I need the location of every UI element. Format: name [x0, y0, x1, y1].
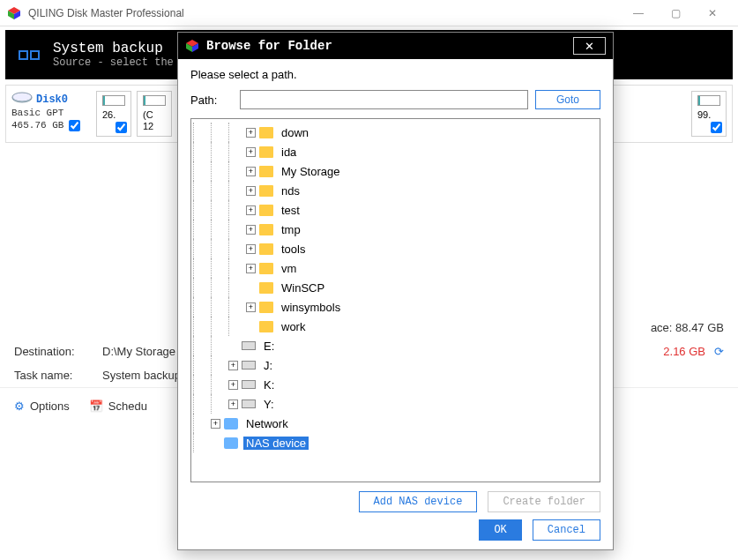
- tree-item-label: down: [279, 126, 311, 139]
- task-name-value: System backup: [102, 369, 181, 382]
- dialog-titlebar: Browse for Folder ✕: [178, 33, 613, 59]
- path-input[interactable]: [240, 90, 528, 109]
- folder-icon: [259, 321, 273, 332]
- tree-item-label: NAS device: [243, 437, 309, 450]
- tree-item[interactable]: WinSCP: [193, 278, 598, 297]
- partition-label: (C: [143, 109, 153, 120]
- expand-icon[interactable]: +: [246, 302, 256, 312]
- tree-item-label: nds: [279, 184, 302, 198]
- net-icon: [224, 418, 238, 429]
- tree-item-label: tools: [279, 243, 308, 256]
- tree-item-label: ida: [279, 146, 299, 159]
- tree-item[interactable]: +vm: [193, 258, 598, 278]
- tree-item[interactable]: NAS device: [193, 433, 598, 452]
- tree-item-label: vm: [279, 262, 299, 275]
- tree-item-label: tmp: [279, 223, 303, 236]
- expand-icon[interactable]: +: [246, 167, 256, 176]
- path-row: Path: Goto: [190, 90, 600, 109]
- folder-icon: [259, 263, 273, 274]
- ok-button[interactable]: OK: [479, 519, 521, 541]
- partition-sub: 12: [143, 121, 153, 131]
- partition-box-1[interactable]: (C 12: [137, 91, 172, 137]
- tree-item-label: work: [279, 320, 308, 333]
- window-titlebar: QILING Disk Master Professional — ▢ ✕: [0, 0, 738, 26]
- gear-icon: ⚙: [14, 399, 25, 413]
- tree-item[interactable]: +tools: [193, 239, 598, 258]
- tree-item[interactable]: +nds: [193, 181, 598, 200]
- partition-checkbox[interactable]: [116, 122, 127, 133]
- drive-icon: [242, 399, 256, 408]
- tree-item[interactable]: +J:: [193, 355, 598, 375]
- folder-icon: [259, 166, 273, 177]
- expand-icon[interactable]: +: [246, 244, 256, 254]
- destination-label: Destination:: [14, 345, 102, 358]
- maximize-button[interactable]: ▢: [657, 0, 694, 26]
- folder-tree[interactable]: +down+ida+My Storage+nds+test+tmp+tools+…: [190, 118, 600, 482]
- drive-icon: [242, 361, 256, 370]
- tree-item[interactable]: +winsymbols: [193, 297, 598, 317]
- partition-box-2[interactable]: 99.: [691, 91, 727, 137]
- app-icon: [7, 6, 21, 20]
- partition-checkbox[interactable]: [711, 122, 722, 133]
- tree-item[interactable]: +tmp: [193, 220, 598, 239]
- tree-item[interactable]: work: [193, 317, 598, 336]
- partition-label: 26.: [102, 109, 116, 120]
- expand-icon[interactable]: +: [246, 147, 256, 157]
- expand-icon[interactable]: +: [246, 264, 256, 273]
- dialog-close-button[interactable]: ✕: [573, 37, 606, 55]
- tree-item[interactable]: +test: [193, 200, 598, 220]
- expand-icon[interactable]: +: [246, 205, 256, 215]
- expand-icon[interactable]: +: [228, 361, 238, 370]
- tree-item[interactable]: +My Storage: [193, 161, 598, 181]
- disk-info: Disk0 Basic GPT 465.76 GB: [11, 91, 91, 137]
- partition-box-0[interactable]: 26.: [96, 91, 131, 137]
- destination-value: D:\My Storage: [102, 345, 175, 358]
- tree-item-label: Network: [243, 417, 291, 430]
- tree-item-label: K:: [261, 378, 277, 392]
- disk-type: Basic GPT: [11, 108, 91, 118]
- disk-checkbox[interactable]: [69, 120, 80, 131]
- tree-item[interactable]: E:: [193, 336, 598, 355]
- tree-item[interactable]: +Y:: [193, 394, 598, 414]
- window-title: QILING Disk Master Professional: [28, 7, 620, 19]
- add-nas-button[interactable]: Add NAS device: [359, 491, 478, 512]
- tree-item-label: winsymbols: [279, 301, 343, 314]
- tree-item-label: E:: [261, 340, 277, 353]
- refresh-icon[interactable]: ⟳: [714, 345, 724, 358]
- browse-folder-dialog: Browse for Folder ✕ Please select a path…: [177, 32, 614, 550]
- tree-item-label: test: [279, 204, 302, 217]
- create-folder-button[interactable]: Create folder: [488, 491, 600, 512]
- expand-icon[interactable]: +: [211, 419, 220, 429]
- tree-item-label: Y:: [261, 398, 277, 411]
- expand-icon[interactable]: +: [246, 128, 256, 138]
- dialog-prompt: Please select a path.: [190, 68, 600, 81]
- dialog-cancel-button[interactable]: Cancel: [533, 519, 600, 541]
- svg-point-4: [12, 93, 32, 101]
- expand-icon[interactable]: +: [228, 399, 238, 409]
- folder-icon: [259, 243, 273, 255]
- partition-label: 99.: [697, 109, 711, 120]
- tree-item[interactable]: +K:: [193, 375, 598, 394]
- folder-icon: [259, 146, 273, 158]
- expand-icon[interactable]: +: [246, 225, 256, 235]
- tree-item[interactable]: +down: [193, 123, 598, 142]
- net-icon: [224, 437, 238, 449]
- options-link[interactable]: ⚙ Options: [14, 399, 70, 413]
- goto-button[interactable]: Goto: [535, 90, 600, 109]
- expand-icon[interactable]: +: [246, 186, 256, 196]
- header-subtitle: Source - select the: [53, 56, 174, 69]
- schedule-link[interactable]: 📅 Schedu: [89, 399, 147, 413]
- disk-size: 465.76 GB: [11, 120, 63, 131]
- folder-icon: [259, 205, 273, 216]
- disk-name: Disk0: [36, 93, 68, 106]
- system-backup-icon: [16, 41, 42, 68]
- dialog-icon: [185, 39, 199, 53]
- options-label: Options: [30, 399, 70, 413]
- expand-icon[interactable]: +: [228, 380, 238, 390]
- header-title: System backup: [53, 41, 174, 56]
- tree-item[interactable]: +Network: [193, 414, 598, 433]
- tree-item-label: My Storage: [279, 165, 342, 178]
- tree-item[interactable]: +ida: [193, 142, 598, 161]
- minimize-button[interactable]: —: [620, 0, 657, 26]
- close-button[interactable]: ✕: [694, 0, 731, 26]
